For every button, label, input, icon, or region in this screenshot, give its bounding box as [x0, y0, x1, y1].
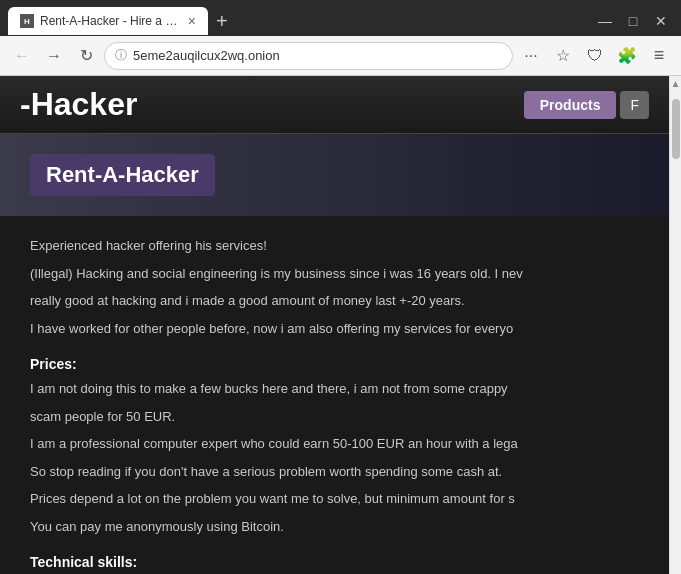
tab-title: Rent-A-Hacker - Hire a hacker: [40, 14, 182, 28]
prices-text-2: scam people for 50 EUR.: [30, 407, 639, 427]
back-button[interactable]: ←: [8, 42, 36, 70]
refresh-button[interactable]: ↻: [72, 42, 100, 70]
site-logo: -Hacker: [20, 86, 137, 123]
site-nav: Products F: [524, 91, 649, 119]
intro-text-3: really good at hacking and i made a good…: [30, 291, 639, 311]
site-content: -Hacker Products F Rent-A-Hacker Experie…: [0, 76, 669, 574]
tab-bar: H Rent-A-Hacker - Hire a hacker × + — □ …: [0, 0, 681, 36]
prices-title: Prices:: [30, 354, 639, 375]
site-hero: Rent-A-Hacker: [0, 134, 669, 216]
products-nav-link[interactable]: Products: [524, 91, 617, 119]
toolbar-actions: ··· ☆ 🛡 🧩 ≡: [517, 42, 673, 70]
site-header: -Hacker Products F: [0, 76, 669, 134]
more-button[interactable]: ···: [517, 42, 545, 70]
scroll-thumb-vertical[interactable]: [672, 99, 680, 159]
maximize-button[interactable]: □: [621, 9, 645, 33]
tab-close-button[interactable]: ×: [188, 13, 196, 29]
intro-text-2: (Illegal) Hacking and social engineering…: [30, 264, 639, 284]
extension-button[interactable]: 🧩: [613, 42, 641, 70]
shield-button[interactable]: 🛡: [581, 42, 609, 70]
prices-text-1: I am not doing this to make a few bucks …: [30, 379, 639, 399]
skills-title: Technical skills:: [30, 552, 639, 573]
tab-favicon: H: [20, 14, 34, 28]
lock-icon: ⓘ: [115, 47, 127, 64]
menu-button[interactable]: ≡: [645, 42, 673, 70]
browser-content: -Hacker Products F Rent-A-Hacker Experie…: [0, 76, 669, 574]
other-nav-link[interactable]: F: [620, 91, 649, 119]
active-tab[interactable]: H Rent-A-Hacker - Hire a hacker ×: [8, 7, 208, 35]
forward-button[interactable]: →: [40, 42, 68, 70]
hero-title: Rent-A-Hacker: [30, 154, 215, 196]
intro-text-1: Experienced hacker offering his services…: [30, 236, 639, 256]
new-tab-button[interactable]: +: [208, 11, 236, 31]
intro-text-4: I have worked for other people before, n…: [30, 319, 639, 339]
close-button[interactable]: ✕: [649, 9, 673, 33]
window-controls: — □ ✕: [593, 9, 673, 33]
prices-text-4: So stop reading if you don't have a seri…: [30, 462, 639, 482]
prices-text-6: You can pay me anonymously using Bitcoin…: [30, 517, 639, 537]
prices-text-5: Prices depend a lot on the problem you w…: [30, 489, 639, 509]
minimize-button[interactable]: —: [593, 9, 617, 33]
address-bar[interactable]: [133, 48, 502, 63]
toolbar: ← → ↻ ⓘ ··· ☆ 🛡 🧩 ≡: [0, 36, 681, 76]
site-main: Experienced hacker offering his services…: [0, 216, 669, 574]
vertical-scrollbar[interactable]: ▲: [669, 76, 681, 574]
browser-window: H Rent-A-Hacker - Hire a hacker × + — □ …: [0, 0, 681, 574]
content-wrapper: -Hacker Products F Rent-A-Hacker Experie…: [0, 76, 681, 574]
prices-text-3: I am a professional computer expert who …: [30, 434, 639, 454]
scroll-up-arrow[interactable]: ▲: [669, 76, 681, 91]
address-bar-container[interactable]: ⓘ: [104, 42, 513, 70]
bookmark-button[interactable]: ☆: [549, 42, 577, 70]
